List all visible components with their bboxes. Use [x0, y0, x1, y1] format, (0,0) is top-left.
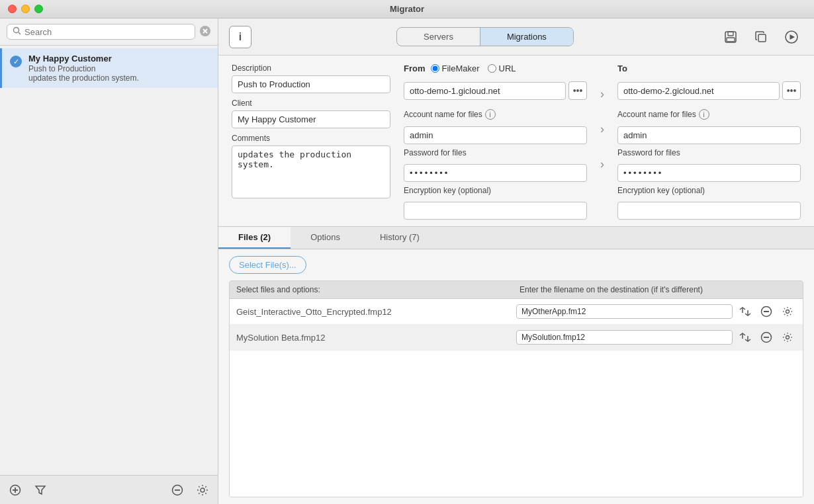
encryption-arrow: › [600, 157, 604, 171]
file-sync-button-1[interactable] [737, 329, 754, 346]
svg-rect-13 [728, 32, 733, 36]
account-arrow: › [600, 87, 604, 101]
svg-marker-8 [36, 486, 45, 494]
file-row-right [516, 329, 796, 346]
sidebar-item[interactable]: ✓ My Happy Customer Push to Production u… [0, 48, 218, 88]
file-settings-button-1[interactable] [779, 329, 796, 346]
to-server-ellipsis-button[interactable]: ••• [782, 81, 801, 100]
minimize-button[interactable] [21, 5, 30, 13]
description-label: Description [232, 63, 390, 73]
comments-input[interactable]: updates the production system. [232, 146, 390, 198]
sidebar-item-subtitle: Push to Production [28, 64, 210, 73]
tab-history[interactable]: History (7) [360, 227, 439, 249]
radio-url-label[interactable]: URL [488, 63, 516, 73]
files-header-right: Enter the filename on the destination (i… [513, 285, 796, 294]
from-account-label: Account name for files [404, 110, 482, 119]
svg-line-1 [19, 32, 21, 34]
radio-url[interactable] [488, 64, 496, 73]
main-content: i Servers Migrations [218, 19, 814, 504]
settings-button[interactable] [193, 482, 212, 499]
from-encryption-label: Encryption key (optional) [404, 186, 491, 195]
from-account-input[interactable] [404, 126, 587, 144]
toolbar: i Servers Migrations [218, 19, 814, 56]
traffic-lights [8, 5, 43, 13]
file-dest-input-0[interactable] [516, 304, 733, 319]
select-files-button[interactable]: Select File(s)... [229, 256, 306, 274]
to-password-input[interactable] [617, 164, 801, 182]
search-input[interactable] [24, 27, 189, 37]
to-encryption-input[interactable] [617, 202, 801, 220]
radio-group: FileMaker URL [431, 63, 516, 73]
remove-migration-button[interactable] [167, 482, 187, 499]
close-button[interactable] [8, 5, 17, 13]
content-area: Description Client Comments updates the … [218, 56, 814, 504]
file-remove-button-0[interactable] [758, 303, 775, 320]
comments-label: Comments [232, 134, 390, 143]
files-table-header: Select files and options: Enter the file… [230, 281, 803, 299]
file-settings-button-0[interactable] [779, 303, 796, 320]
add-migration-button[interactable] [5, 482, 25, 499]
table-row: MySolution Beta.fmp12 [230, 325, 803, 351]
sidebar-list: ✓ My Happy Customer Push to Production u… [0, 46, 218, 475]
toolbar-right [719, 25, 803, 49]
info-button[interactable]: i [229, 26, 251, 48]
table-row: Geist_Interactive_Otto_Encrypted.fmp12 [230, 299, 803, 325]
to-account-input[interactable] [617, 126, 801, 144]
to-account-label: Account name for files [617, 110, 696, 119]
svg-point-27 [786, 336, 790, 339]
files-table: Select files and options: Enter the file… [229, 280, 803, 497]
sidebar-bottom-bar [0, 475, 218, 504]
save-button[interactable] [719, 25, 743, 49]
from-server-input[interactable] [404, 82, 566, 100]
run-button[interactable] [780, 25, 803, 49]
to-title: To [617, 63, 627, 73]
search-icon [13, 26, 21, 37]
file-remove-button-1[interactable] [758, 329, 775, 346]
file-row-right [516, 303, 796, 320]
clear-search-button[interactable] [199, 25, 211, 39]
to-account-info-icon[interactable]: i [699, 109, 709, 120]
window-title: Migrator [390, 4, 424, 14]
description-input[interactable] [232, 75, 390, 93]
from-encryption-input[interactable] [404, 202, 587, 220]
sidebar-item-name: My Happy Customer [28, 54, 210, 63]
file-sync-button-0[interactable] [737, 303, 754, 320]
svg-marker-17 [790, 34, 795, 40]
from-title: From [404, 63, 426, 73]
from-password-input[interactable] [404, 164, 587, 182]
tab-group: Servers Migrations [396, 27, 574, 46]
radio-filemaker[interactable] [431, 64, 439, 73]
files-table-body: Geist_Interactive_Otto_Encrypted.fmp12 [230, 299, 803, 497]
tab-servers[interactable]: Servers [397, 28, 480, 46]
svg-rect-15 [758, 34, 766, 42]
duplicate-button[interactable] [749, 25, 773, 49]
svg-point-0 [14, 28, 19, 33]
sidebar-item-desc: updates the production system. [28, 73, 210, 83]
radio-filemaker-label[interactable]: FileMaker [431, 63, 480, 73]
sidebar: ✓ My Happy Customer Push to Production u… [0, 19, 218, 504]
from-password-label: Password for files [404, 148, 467, 157]
file-source-name: MySolution Beta.fmp12 [236, 333, 516, 343]
inner-tabs: Files (2) Options History (7) [218, 226, 814, 249]
check-icon: ✓ [10, 56, 22, 67]
to-encryption-label: Encryption key (optional) [617, 186, 705, 195]
from-server-ellipsis-button[interactable]: ••• [568, 81, 587, 100]
tab-migrations[interactable]: Migrations [480, 28, 573, 46]
client-label: Client [232, 99, 390, 108]
to-password-label: Password for files [617, 148, 680, 157]
arrow-column: › › › [600, 63, 604, 178]
search-wrapper [7, 24, 195, 40]
maximize-button[interactable] [34, 5, 43, 13]
files-section: Select File(s)... Select files and optio… [218, 249, 814, 504]
file-source-name: Geist_Interactive_Otto_Encrypted.fmp12 [236, 307, 516, 317]
tab-files[interactable]: Files (2) [218, 227, 291, 249]
tab-options[interactable]: Options [291, 227, 360, 249]
client-input[interactable] [232, 110, 390, 128]
sidebar-search-bar [0, 19, 218, 46]
svg-rect-14 [727, 38, 735, 42]
password-arrow: › [600, 122, 604, 136]
filter-button[interactable] [30, 482, 50, 499]
file-dest-input-1[interactable] [516, 330, 733, 345]
to-server-input[interactable] [617, 82, 780, 100]
from-account-info-icon[interactable]: i [485, 109, 496, 120]
